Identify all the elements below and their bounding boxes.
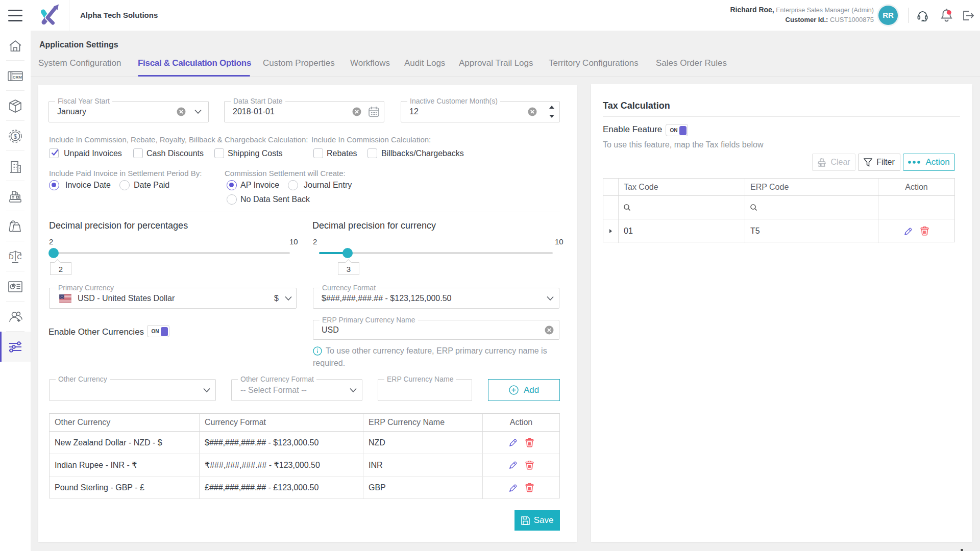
svg-text:C: C: [17, 253, 21, 260]
svg-text:D: D: [9, 253, 13, 260]
svg-text:$: $: [14, 133, 17, 140]
svg-text:CRM: CRM: [13, 75, 22, 80]
